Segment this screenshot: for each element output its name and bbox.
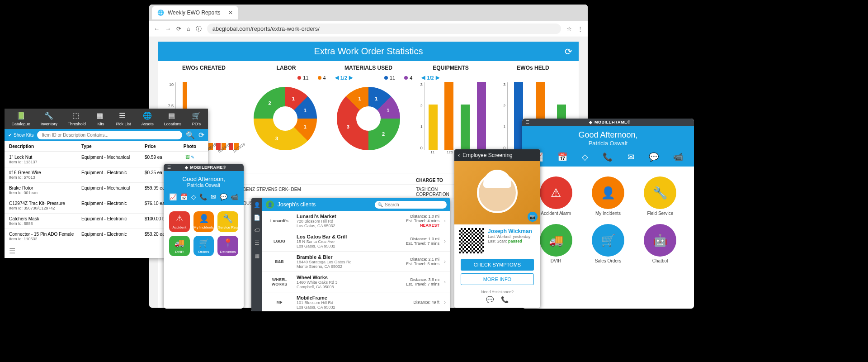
catalogue-icon: 📗 [16,111,25,120]
client-row[interactable]: MF MobileFrame101 Blossom Hill RdLos Gat… [262,292,450,311]
toolbar-kits[interactable]: ▦ Kits [96,111,105,126]
toolbar-locations[interactable]: ▤ Locations [164,111,182,126]
my incidents-icon: 👤 [199,214,209,224]
chart-icon[interactable]: 📈 [169,193,177,200]
menu-icon[interactable]: ⋮ [577,25,583,32]
client-row[interactable]: LGBG Los Gatos Bar & Grill15 N Santa Cru… [262,231,450,252]
chat-icon[interactable]: 💬 [649,152,659,162]
browser-tabbar: 🌐 Weekly EWO Reports ✕ [149,5,588,21]
tile-deliveries[interactable]: 📍Deliveries [217,236,238,257]
show-kits-toggle[interactable]: ✔ Show Kits [8,133,33,138]
clients-search-input[interactable] [375,201,447,209]
user-icon[interactable]: 👤 [254,202,260,208]
tile-dvir[interactable]: 🚚DVIR [169,236,190,257]
legend-item: 11 [384,75,395,81]
client-row[interactable]: Lunardi's Lunardi's Market720 Blossom Hi… [262,211,450,231]
avatar-icon[interactable]: 👤 [266,200,274,209]
tile-my-incidents[interactable]: 👤My Incidents [193,211,214,232]
calendar-icon[interactable]: 📅 [557,152,567,162]
catalogue-search-input[interactable] [37,131,182,139]
phone-large: ☰ ◆ MOBILEFRAME® Good Afternoon, Patrici… [522,119,694,309]
toolbar-inventory[interactable]: 🔧 Inventory [41,111,57,126]
check-symptoms-button[interactable]: CHECK SYMPTOMS [461,259,534,271]
back-icon[interactable]: ‹ [458,152,460,158]
tile-accident[interactable]: ⚠Accident [169,211,190,232]
phone-icon[interactable]: 📞 [199,193,207,200]
refresh-icon[interactable]: ⟳ [565,46,572,57]
tile-dvir[interactable]: 🚚 DVIR [534,224,578,263]
phone-icon[interactable]: 📞 [603,152,613,162]
toolbar-threshold[interactable]: ⬚ Threshold [68,111,86,126]
clients-main: 👤 Joseph's clients 🔍 Lunardi's Lunardi's… [262,198,450,311]
tile-service-req[interactable]: 🔧Service Req [217,211,238,232]
orders-icon: 🛒 [199,238,209,248]
threshold-icon: ⬚ [72,111,81,120]
client-logo: B&B [267,255,292,268]
star-icon[interactable]: ☆ [566,25,572,32]
edit-icon[interactable]: ✎ [191,155,194,160]
client-row[interactable]: B&B Bramble & Bier18440 Saratoga Los Gat… [262,252,450,272]
client-logo: Lunardi's [267,214,292,228]
search-icon[interactable]: 🔍 [186,131,195,139]
reload-icon[interactable]: ⟳ [176,25,181,32]
toolbar-catalogue[interactable]: 📗 Catalogue [12,111,30,126]
tile-chatbot[interactable]: 🤖 Chatbot [638,224,682,263]
doc-icon[interactable]: 📄 [254,214,260,221]
client-row[interactable]: WHEEL WORKS Wheel Works1460 White Oaks R… [262,272,450,292]
assist-icons: 💬 📞 [454,294,540,305]
mail-icon[interactable]: ✉ [211,193,216,200]
close-tab-icon[interactable]: ✕ [228,10,233,16]
list-icon[interactable]: ☰ [255,240,259,246]
chart-headers: EWOs CREATED LABOR MATERIALS USED EQUIPM… [158,61,579,75]
menu-icon[interactable]: ☰ [167,165,171,170]
phone-icon[interactable]: 📞 [501,296,509,303]
url-field[interactable]: abcglobal.com/reports/extra-work-orders/ [207,24,561,34]
chart-pager[interactable]: ◀ 1/2 ▶ [421,75,439,81]
chart-pager[interactable]: ◀ 1/2 ▶ [335,75,353,81]
home-icon[interactable]: ⌂ [187,25,190,32]
camera-icon[interactable]: 📷 [528,212,538,222]
tag-icon[interactable]: ◇ [191,193,196,200]
phone-nav-icons: 📈 📅 ◇ 📞 ✉ 💬 📹 [522,149,694,167]
back-icon[interactable]: ← [154,25,160,32]
browser-tab[interactable]: 🌐 Weekly EWO Reports ✕ [152,6,238,19]
chat-icon[interactable]: 💬 [220,193,227,200]
kits-icon: ▦ [96,111,105,120]
more-info-button[interactable]: MORE INFO [461,273,534,285]
tile-sales-orders[interactable]: 🛒 Sales Orders [586,224,630,263]
info-icon[interactable]: ⓘ [196,25,202,33]
video-icon[interactable]: 📹 [673,152,683,162]
assist-label: Need Assistance? [454,290,540,294]
tile-accident-alarm[interactable]: ⚠ Accident Alarm [534,176,578,216]
toolbar-pick list[interactable]: ☰ Pick List [116,111,131,126]
tile-field-service[interactable]: 🔧 Field Service [638,176,682,216]
globe-icon: 🌐 [157,10,164,16]
circle-tile-grid: ⚠ Accident Alarm 👤 My Incidents 🔧 Field … [522,167,694,273]
toolbar-assets[interactable]: 🌐 Assets [142,111,154,126]
worker-face [477,172,518,213]
tag-icon[interactable]: ◇ [582,152,588,162]
toolbar-po's[interactable]: 🛒 PO's [192,111,201,126]
calendar-icon[interactable]: 📅 [180,193,188,200]
refresh-icon[interactable]: ⟳ [198,131,204,139]
employee-screening: ‹ Employee Screening 📷 Joseph Wickman La… [454,149,540,308]
greeting: Good Afternoon, [164,176,244,182]
phone-header: Good Afternoon, Patricia Oswalt [522,126,694,149]
chart-materials: 11231 [329,82,408,168]
chat-icon[interactable]: 💬 [486,296,494,303]
video-icon[interactable]: 📹 [231,193,238,200]
tile-my-incidents[interactable]: 👤 My Incidents [586,176,630,216]
header-ewos-created: EWOs CREATED [163,65,245,71]
tag-icon[interactable]: 🏷 [254,227,259,233]
field service-icon: 🔧 [644,176,676,209]
forward-icon[interactable]: → [165,25,171,32]
legend-dot-icon [404,76,408,80]
employee-meta: Joseph Wickman Last Worked: yesterday La… [488,228,532,253]
clients-sidebar: 👤 📄 🏷 ☰ ▦ [251,198,262,311]
menu-icon[interactable]: ☰ [526,120,529,124]
clients-title: Joseph's clients [278,201,316,208]
mail-icon[interactable]: ✉ [627,152,634,162]
phone-small: ☰ ◆ MOBILEFRAME® Good Afternoon, Patrici… [164,164,244,309]
grid-icon[interactable]: ▦ [255,252,259,259]
tile-orders[interactable]: 🛒Orders [193,236,214,257]
